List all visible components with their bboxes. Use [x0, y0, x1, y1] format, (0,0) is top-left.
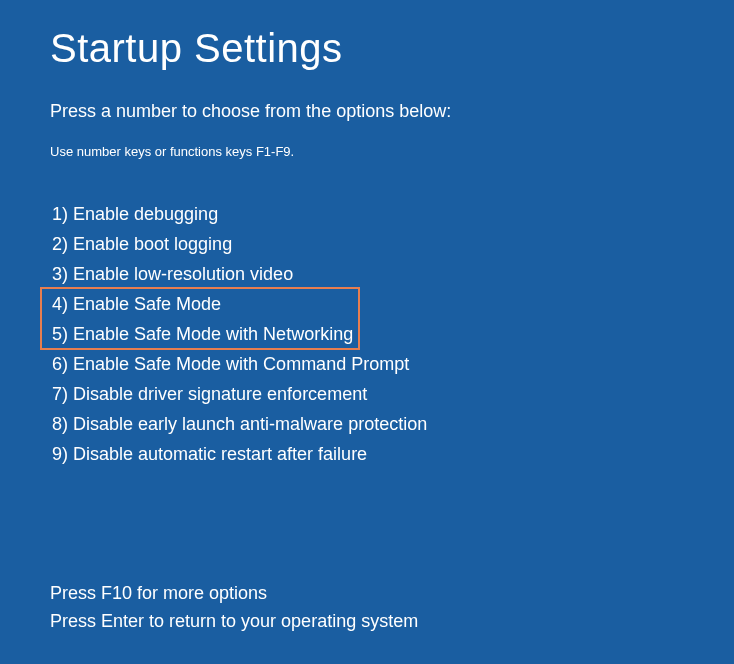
option-3[interactable]: 3) Enable low-resolution video: [50, 259, 684, 289]
option-7[interactable]: 7) Disable driver signature enforcement: [50, 379, 684, 409]
instruction-hint: Use number keys or functions keys F1-F9.: [50, 144, 684, 159]
option-8[interactable]: 8) Disable early launch anti-malware pro…: [50, 409, 684, 439]
instruction-subtitle: Press a number to choose from the option…: [50, 101, 684, 122]
return-hint: Press Enter to return to your operating …: [50, 607, 684, 635]
option-1[interactable]: 1) Enable debugging: [50, 199, 684, 229]
startup-settings-screen: Startup Settings Press a number to choos…: [0, 0, 734, 661]
option-2[interactable]: 2) Enable boot logging: [50, 229, 684, 259]
page-title: Startup Settings: [50, 26, 684, 71]
option-6[interactable]: 6) Enable Safe Mode with Command Prompt: [50, 349, 684, 379]
more-options-hint: Press F10 for more options: [50, 579, 684, 607]
options-list: 1) Enable debugging 2) Enable boot loggi…: [50, 199, 684, 469]
footer-instructions: Press F10 for more options Press Enter t…: [50, 579, 684, 635]
option-9[interactable]: 9) Disable automatic restart after failu…: [50, 439, 684, 469]
option-4[interactable]: 4) Enable Safe Mode: [50, 289, 684, 319]
option-5[interactable]: 5) Enable Safe Mode with Networking: [50, 319, 684, 349]
